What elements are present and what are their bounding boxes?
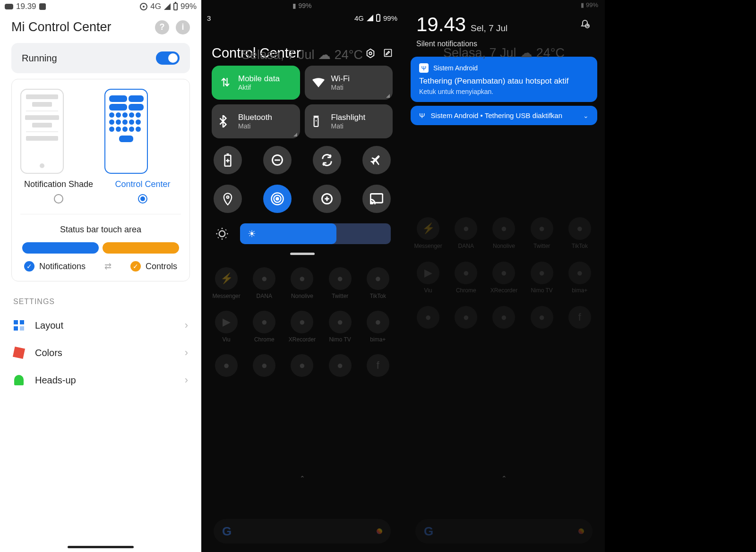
app-icon: ● — [253, 354, 275, 377]
app-icon: ▶ — [215, 311, 238, 333]
app-icon: ⚡ — [215, 267, 238, 290]
toggle-battery-saver[interactable] — [214, 146, 242, 174]
app-icon: ● — [531, 217, 553, 240]
usb-icon: Ψ — [419, 63, 429, 73]
flashlight-icon — [312, 115, 325, 127]
sun-icon: ☀ — [248, 228, 256, 239]
touch-area-notifications[interactable] — [22, 242, 99, 254]
option-notification-shade[interactable]: Notification Shade — [20, 89, 97, 204]
usb-icon: Ψ — [419, 111, 425, 119]
settings-row-colors[interactable]: Colors › — [0, 339, 201, 366]
google-logo: G — [222, 524, 232, 539]
app-icon: ● — [568, 217, 591, 240]
bg-date: Selasa, 7 Jul ☁ 24°C — [403, 45, 605, 60]
check-icon: ✓ — [130, 261, 141, 272]
option-control-center[interactable]: Control Center — [104, 89, 181, 204]
app-icon: ● — [329, 311, 352, 333]
wifi-icon — [312, 78, 325, 87]
search-bar[interactable]: G — [214, 519, 391, 544]
app-icon: ● — [492, 217, 515, 240]
nav-bar-handle[interactable] — [68, 546, 134, 548]
touch-area-controls[interactable] — [103, 242, 179, 254]
settings-row-layout[interactable]: Layout › — [0, 312, 201, 339]
auto-brightness-icon[interactable] — [214, 225, 231, 242]
app-icon: ⚡ — [417, 217, 439, 240]
settings-row-headsup[interactable]: Heads-up › — [0, 366, 201, 394]
legend-notifications: Notifications — [39, 262, 86, 272]
app-icon: ● — [568, 262, 591, 284]
app-icon: ▶ — [417, 262, 439, 284]
radio-notification-shade[interactable] — [54, 194, 63, 204]
tile-bluetooth[interactable]: BluetoothMati — [212, 104, 300, 138]
clock-date: Sel, 7 Jul — [471, 23, 507, 34]
bell-icon — [14, 375, 24, 385]
toggle-location[interactable] — [214, 185, 242, 213]
app-icon: ● — [367, 311, 389, 333]
status-bar-dim: ▮99% — [581, 1, 598, 8]
settings-label: Heads-up — [35, 375, 174, 386]
toggle-rotate[interactable] — [313, 146, 341, 174]
brightness-slider[interactable]: ☀ — [240, 223, 391, 244]
tile-wifi[interactable]: Wi-FiMati — [305, 66, 393, 100]
signal-icon — [367, 15, 373, 21]
app-icon: ● — [291, 354, 313, 377]
toggle-airplane[interactable] — [362, 146, 391, 174]
status-time: 19.39 — [16, 2, 36, 11]
radio-control-center[interactable] — [138, 194, 147, 204]
toggle-dnd[interactable] — [263, 146, 292, 174]
app-icon: ● — [492, 262, 515, 284]
app-icon: ● — [367, 267, 389, 290]
app-icon: ● — [329, 267, 352, 290]
check-icon: ✓ — [24, 261, 34, 272]
assistant-icon — [377, 528, 382, 534]
app-icon: ● — [253, 267, 275, 290]
battery-icon — [173, 3, 178, 10]
toggle-hotspot[interactable] — [263, 185, 292, 213]
toggle-cast[interactable] — [362, 185, 391, 213]
expand-icon — [293, 133, 297, 136]
bg-date: Selasa, 7 Jul ☁ 24°C — [201, 47, 403, 62]
app-icon: f — [568, 306, 591, 329]
assistant-icon — [578, 528, 584, 534]
app-icon: ● — [291, 267, 313, 290]
notification-settings-icon[interactable] — [578, 18, 592, 31]
up-arrow-icon[interactable]: ⌃ — [501, 475, 507, 482]
status-bar-dim: ▮99% — [201, 2, 403, 9]
search-bar[interactable]: G — [415, 519, 593, 544]
info-icon[interactable]: i — [176, 20, 190, 34]
svg-rect-12 — [370, 194, 383, 203]
toggle-data-saver[interactable] — [313, 185, 341, 213]
hotspot-icon — [140, 3, 147, 10]
notification-card-collapsed[interactable]: ΨSistem Android • Tethering USB diaktifk… — [411, 106, 597, 125]
chevron-down-icon: ⌄ — [583, 112, 589, 119]
app-icon: ● — [455, 306, 477, 329]
battery-pct: 99% — [383, 14, 397, 22]
app-icon: ● — [492, 306, 515, 329]
legend-controls: Controls — [146, 262, 177, 272]
running-row[interactable]: Running — [11, 43, 190, 73]
swap-icon[interactable]: ⇄ — [104, 261, 112, 272]
running-switch[interactable] — [156, 51, 180, 65]
page-title: Mi Control Center — [11, 20, 112, 34]
status-left: 3 — [207, 14, 211, 22]
notification-card[interactable]: ΨSistem Android Tethering (Penambatan) a… — [411, 57, 597, 102]
app-icon: ● — [455, 262, 477, 284]
app-icon: ● — [291, 311, 313, 333]
google-logo: G — [424, 524, 433, 539]
app-icon: ● — [253, 311, 275, 333]
touch-area-title: Status bar touch area — [20, 225, 181, 235]
help-icon[interactable]: ? — [155, 20, 169, 34]
svg-point-7 — [227, 196, 229, 198]
chevron-right-icon: › — [185, 347, 188, 359]
mobile-data-icon: ⇅ — [219, 76, 232, 89]
network-label: 4G — [150, 2, 161, 11]
svg-point-8 — [276, 198, 279, 200]
svg-point-13 — [370, 203, 371, 204]
colors-icon — [13, 347, 25, 359]
up-arrow-icon[interactable]: ⌃ — [300, 475, 305, 482]
tile-mobile-data[interactable]: ⇅ Mobile dataAktif — [212, 66, 300, 100]
app-icon: ● — [455, 217, 477, 240]
apps-row-bg: ⚡Messenger ●DANA ●Nonolive ●Twitter ●Tik… — [403, 217, 605, 331]
app-icon: ● — [531, 262, 553, 284]
tile-flashlight[interactable]: FlashlightMati — [305, 104, 393, 138]
